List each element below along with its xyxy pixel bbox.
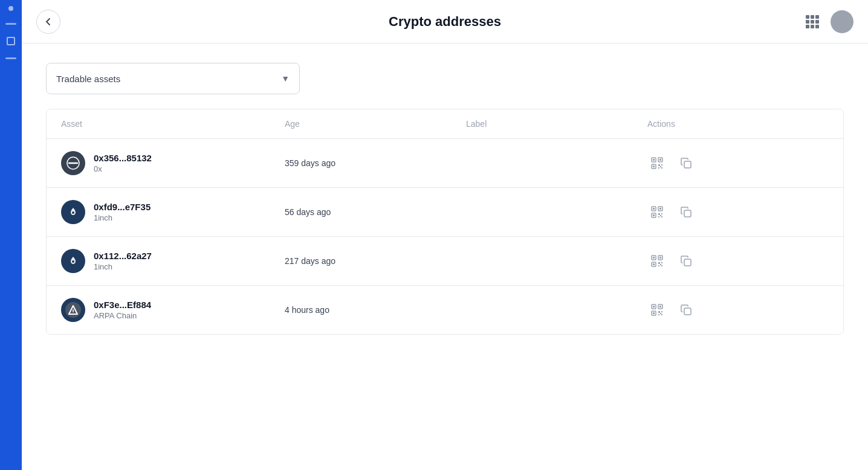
qr-code-button-2[interactable] (647, 202, 667, 222)
copy-button-3[interactable] (676, 251, 696, 271)
back-button[interactable] (36, 10, 60, 34)
asset-name-3: 1inch (94, 262, 152, 271)
header: Crypto addresses (22, 0, 868, 43)
asset-name-2: 1inch (94, 213, 151, 222)
arpa-icon (65, 302, 81, 318)
sidebar-item-3 (7, 37, 15, 45)
table-header: Asset Age Label Actions (47, 109, 843, 139)
content-area: Tradable assets ▼ Asset Age Label Action… (22, 43, 868, 354)
svg-point-29 (72, 260, 74, 263)
table-row: 0x356...85132 0x 359 days ago (47, 139, 843, 188)
copy-button-1[interactable] (676, 153, 696, 173)
age-cell-1: 359 days ago (285, 158, 466, 168)
table-row: 0xF3e...Ef884 ARPA Chain 4 hours ago (47, 286, 843, 334)
svg-rect-33 (659, 257, 661, 259)
user-avatar[interactable] (831, 10, 853, 33)
svg-rect-55 (661, 314, 662, 315)
chevron-down-icon: ▼ (281, 74, 290, 83)
crypto-addresses-table: Asset Age Label Actions 0x356...85132 (46, 109, 844, 335)
svg-rect-10 (658, 167, 659, 169)
svg-rect-23 (661, 213, 662, 214)
sidebar-item-4 (5, 57, 16, 59)
asset-info-2: 0xfd9...e7F35 1inch (94, 202, 151, 222)
svg-rect-19 (659, 208, 661, 210)
svg-rect-48 (659, 306, 661, 307)
asset-cell-2: 0xfd9...e7F35 1inch (61, 200, 285, 224)
asset-name-1: 0x (94, 164, 152, 173)
age-cell-4: 4 hours ago (285, 305, 466, 315)
svg-rect-56 (684, 308, 691, 315)
svg-rect-17 (653, 208, 655, 210)
age-cell-3: 217 days ago (285, 256, 466, 266)
svg-point-15 (72, 211, 74, 214)
svg-rect-54 (660, 313, 661, 314)
back-arrow-icon (44, 17, 53, 27)
svg-rect-38 (658, 265, 659, 266)
asset-info-4: 0xF3e...Ef884 ARPA Chain (94, 300, 151, 320)
qr-code-icon-3 (650, 254, 664, 268)
grid-icon (806, 15, 819, 28)
qr-code-icon-2 (650, 205, 664, 219)
table-row: 0x112...62a27 1inch 217 days ago (47, 237, 843, 286)
svg-rect-26 (661, 216, 662, 217)
filter-wrapper: Tradable assets ▼ (46, 63, 844, 94)
svg-rect-46 (653, 306, 655, 307)
asset-icon-2 (61, 200, 85, 224)
qr-code-button-1[interactable] (647, 153, 667, 173)
actions-cell-3 (647, 251, 829, 271)
grid-menu-button[interactable] (802, 11, 823, 33)
header-left (36, 10, 60, 34)
tradable-assets-dropdown[interactable]: Tradable assets ▼ (46, 63, 300, 94)
asset-icon-3 (61, 249, 85, 273)
no-entry-icon (66, 156, 80, 170)
svg-rect-13 (684, 161, 691, 168)
asset-address-1: 0x356...85132 (94, 153, 152, 163)
svg-rect-25 (660, 215, 661, 216)
svg-rect-53 (658, 314, 659, 315)
asset-address-2: 0xfd9...e7F35 (94, 202, 151, 212)
asset-name-4: ARPA Chain (94, 311, 151, 320)
1inch-icon-2 (65, 253, 81, 269)
actions-cell-2 (647, 202, 829, 222)
asset-info-3: 0x112...62a27 1inch (94, 251, 152, 271)
svg-rect-27 (684, 210, 691, 217)
svg-rect-35 (653, 263, 655, 265)
asset-cell-1: 0x356...85132 0x (61, 151, 285, 175)
header-right (802, 10, 853, 33)
svg-rect-24 (658, 216, 659, 217)
svg-rect-52 (661, 311, 662, 312)
svg-rect-50 (653, 312, 655, 314)
column-header-actions: Actions (647, 119, 829, 129)
svg-rect-7 (653, 166, 655, 167)
column-header-age: Age (285, 119, 466, 129)
svg-rect-31 (653, 257, 655, 259)
svg-rect-11 (660, 166, 661, 167)
svg-rect-37 (661, 262, 662, 263)
svg-rect-21 (653, 214, 655, 216)
asset-address-4: 0xF3e...Ef884 (94, 300, 151, 310)
copy-icon-3 (680, 255, 692, 267)
actions-cell-4 (647, 300, 829, 320)
copy-button-2[interactable] (676, 202, 696, 222)
column-header-label: Label (466, 119, 647, 129)
svg-rect-41 (684, 259, 691, 266)
copy-icon-1 (680, 157, 692, 169)
actions-cell-1 (647, 153, 829, 173)
asset-icon-4 (61, 298, 85, 322)
svg-rect-39 (660, 264, 661, 265)
svg-rect-40 (661, 265, 662, 266)
svg-rect-12 (661, 167, 662, 169)
svg-rect-5 (659, 159, 661, 161)
page-title: Crypto addresses (389, 14, 501, 30)
copy-icon-2 (680, 206, 692, 218)
qr-code-button-3[interactable] (647, 251, 667, 271)
asset-cell-4: 0xF3e...Ef884 ARPA Chain (61, 298, 285, 322)
copy-icon-4 (680, 304, 692, 316)
copy-button-4[interactable] (676, 300, 696, 320)
qr-code-icon-4 (650, 303, 664, 317)
dropdown-label: Tradable assets (56, 74, 120, 84)
main-area: Crypto addresses Tradable assets ▼ (22, 0, 868, 470)
column-header-asset: Asset (61, 119, 285, 129)
qr-code-button-4[interactable] (647, 300, 667, 320)
qr-code-icon-1 (650, 156, 664, 170)
